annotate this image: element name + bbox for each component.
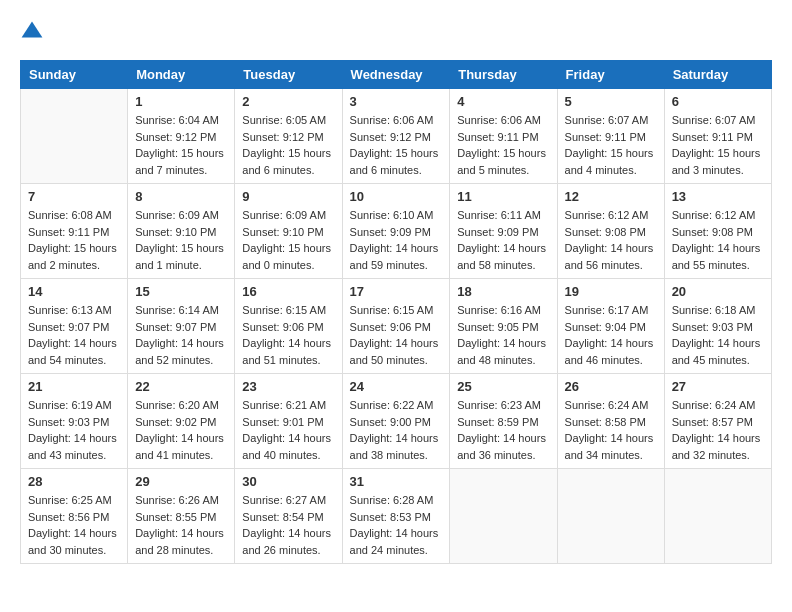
calendar-header-friday: Friday [557, 61, 664, 89]
day-info: Sunrise: 6:11 AMSunset: 9:09 PMDaylight:… [457, 207, 549, 273]
day-number: 28 [28, 474, 120, 489]
day-info-line: Sunset: 9:06 PM [350, 319, 443, 336]
day-info-line: Daylight: 15 hours [242, 145, 334, 162]
calendar-cell: 15Sunrise: 6:14 AMSunset: 9:07 PMDayligh… [128, 279, 235, 374]
day-info-line: Sunrise: 6:12 AM [565, 207, 657, 224]
day-info-line: Daylight: 14 hours [242, 525, 334, 542]
day-info-line: and 45 minutes. [672, 352, 764, 369]
day-info: Sunrise: 6:05 AMSunset: 9:12 PMDaylight:… [242, 112, 334, 178]
day-number: 21 [28, 379, 120, 394]
day-number: 1 [135, 94, 227, 109]
day-info-line: and 55 minutes. [672, 257, 764, 274]
day-info: Sunrise: 6:16 AMSunset: 9:05 PMDaylight:… [457, 302, 549, 368]
day-info-line: and 0 minutes. [242, 257, 334, 274]
day-info-line: and 36 minutes. [457, 447, 549, 464]
day-info-line: Daylight: 14 hours [135, 525, 227, 542]
day-info-line: Sunrise: 6:10 AM [350, 207, 443, 224]
calendar-cell: 7Sunrise: 6:08 AMSunset: 9:11 PMDaylight… [21, 184, 128, 279]
day-info-line: Sunrise: 6:21 AM [242, 397, 334, 414]
calendar-header-wednesday: Wednesday [342, 61, 450, 89]
day-info-line: Daylight: 14 hours [672, 430, 764, 447]
calendar-cell [21, 89, 128, 184]
day-info-line: Sunset: 9:11 PM [672, 129, 764, 146]
day-info-line: Sunset: 9:11 PM [457, 129, 549, 146]
page-header [20, 20, 772, 44]
day-info: Sunrise: 6:15 AMSunset: 9:06 PMDaylight:… [350, 302, 443, 368]
day-info-line: and 28 minutes. [135, 542, 227, 559]
calendar-cell: 26Sunrise: 6:24 AMSunset: 8:58 PMDayligh… [557, 374, 664, 469]
day-number: 15 [135, 284, 227, 299]
day-info-line: and 40 minutes. [242, 447, 334, 464]
day-info-line: Daylight: 15 hours [672, 145, 764, 162]
day-info-line: Sunrise: 6:06 AM [457, 112, 549, 129]
day-info: Sunrise: 6:04 AMSunset: 9:12 PMDaylight:… [135, 112, 227, 178]
day-info-line: Sunset: 8:57 PM [672, 414, 764, 431]
day-info-line: Sunset: 8:54 PM [242, 509, 334, 526]
day-info-line: Daylight: 14 hours [457, 240, 549, 257]
day-info: Sunrise: 6:25 AMSunset: 8:56 PMDaylight:… [28, 492, 120, 558]
day-info-line: Daylight: 15 hours [242, 240, 334, 257]
day-info-line: Sunset: 9:10 PM [242, 224, 334, 241]
day-info-line: and 7 minutes. [135, 162, 227, 179]
day-info-line: and 2 minutes. [28, 257, 120, 274]
day-info-line: Sunset: 8:58 PM [565, 414, 657, 431]
calendar-week-row: 28Sunrise: 6:25 AMSunset: 8:56 PMDayligh… [21, 469, 772, 564]
day-info: Sunrise: 6:27 AMSunset: 8:54 PMDaylight:… [242, 492, 334, 558]
day-number: 2 [242, 94, 334, 109]
day-info-line: Sunset: 9:07 PM [28, 319, 120, 336]
day-info-line: Sunrise: 6:24 AM [565, 397, 657, 414]
day-info-line: and 30 minutes. [28, 542, 120, 559]
day-info-line: Daylight: 14 hours [135, 430, 227, 447]
day-info-line: and 52 minutes. [135, 352, 227, 369]
day-info-line: Sunrise: 6:09 AM [135, 207, 227, 224]
day-info-line: Sunrise: 6:08 AM [28, 207, 120, 224]
day-info-line: Daylight: 14 hours [565, 430, 657, 447]
day-info-line: and 43 minutes. [28, 447, 120, 464]
calendar-cell: 18Sunrise: 6:16 AMSunset: 9:05 PMDayligh… [450, 279, 557, 374]
day-info-line: and 41 minutes. [135, 447, 227, 464]
day-number: 24 [350, 379, 443, 394]
day-info-line: and 58 minutes. [457, 257, 549, 274]
calendar-cell: 3Sunrise: 6:06 AMSunset: 9:12 PMDaylight… [342, 89, 450, 184]
day-info-line: Sunset: 9:03 PM [672, 319, 764, 336]
calendar-week-row: 21Sunrise: 6:19 AMSunset: 9:03 PMDayligh… [21, 374, 772, 469]
day-number: 12 [565, 189, 657, 204]
day-info: Sunrise: 6:09 AMSunset: 9:10 PMDaylight:… [135, 207, 227, 273]
day-info: Sunrise: 6:12 AMSunset: 9:08 PMDaylight:… [565, 207, 657, 273]
day-info-line: Sunrise: 6:16 AM [457, 302, 549, 319]
day-info-line: Daylight: 14 hours [242, 335, 334, 352]
calendar-cell: 10Sunrise: 6:10 AMSunset: 9:09 PMDayligh… [342, 184, 450, 279]
calendar-table: SundayMondayTuesdayWednesdayThursdayFrid… [20, 60, 772, 564]
calendar-cell: 5Sunrise: 6:07 AMSunset: 9:11 PMDaylight… [557, 89, 664, 184]
day-info-line: Sunset: 9:12 PM [135, 129, 227, 146]
day-info-line: Sunrise: 6:13 AM [28, 302, 120, 319]
day-info-line: Daylight: 15 hours [350, 145, 443, 162]
day-number: 17 [350, 284, 443, 299]
day-info-line: Sunrise: 6:11 AM [457, 207, 549, 224]
day-info: Sunrise: 6:20 AMSunset: 9:02 PMDaylight:… [135, 397, 227, 463]
calendar-cell: 4Sunrise: 6:06 AMSunset: 9:11 PMDaylight… [450, 89, 557, 184]
calendar-header-sunday: Sunday [21, 61, 128, 89]
day-info-line: Sunrise: 6:24 AM [672, 397, 764, 414]
day-info-line: Sunset: 9:01 PM [242, 414, 334, 431]
day-info-line: Daylight: 14 hours [672, 240, 764, 257]
day-info-line: Sunrise: 6:25 AM [28, 492, 120, 509]
day-info-line: and 26 minutes. [242, 542, 334, 559]
day-info-line: and 34 minutes. [565, 447, 657, 464]
day-info-line: Sunrise: 6:18 AM [672, 302, 764, 319]
calendar-header-thursday: Thursday [450, 61, 557, 89]
day-info: Sunrise: 6:15 AMSunset: 9:06 PMDaylight:… [242, 302, 334, 368]
calendar-cell [450, 469, 557, 564]
day-info-line: Sunrise: 6:12 AM [672, 207, 764, 224]
day-info-line: Sunset: 8:59 PM [457, 414, 549, 431]
day-number: 11 [457, 189, 549, 204]
day-info-line: and 1 minute. [135, 257, 227, 274]
day-number: 9 [242, 189, 334, 204]
day-info-line: Sunset: 9:10 PM [135, 224, 227, 241]
day-info: Sunrise: 6:09 AMSunset: 9:10 PMDaylight:… [242, 207, 334, 273]
calendar-cell: 28Sunrise: 6:25 AMSunset: 8:56 PMDayligh… [21, 469, 128, 564]
day-info-line: Sunrise: 6:07 AM [672, 112, 764, 129]
day-info-line: and 6 minutes. [350, 162, 443, 179]
calendar-cell: 14Sunrise: 6:13 AMSunset: 9:07 PMDayligh… [21, 279, 128, 374]
day-number: 18 [457, 284, 549, 299]
